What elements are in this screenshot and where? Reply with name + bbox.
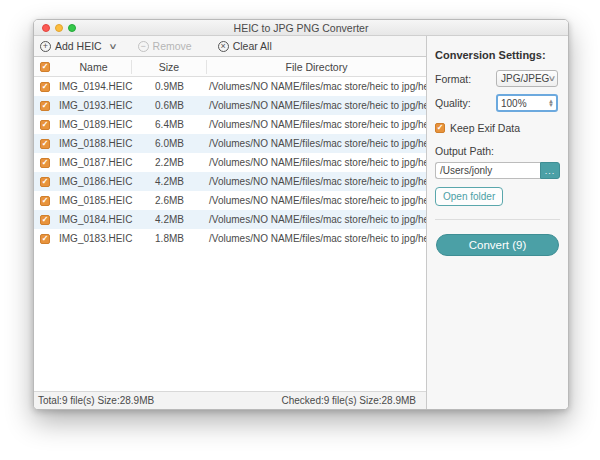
open-folder-button[interactable]: Open folder [435, 187, 503, 206]
table-row[interactable]: IMG_0186.HEIC 4.2MB /Volumes/NO NAME/fil… [34, 172, 426, 191]
traffic-lights [42, 24, 76, 32]
file-name: IMG_0188.HEIC [56, 138, 132, 149]
file-directory: /Volumes/NO NAME/files/mac store/heic to… [207, 214, 426, 225]
keep-exif-checkbox[interactable] [435, 123, 445, 133]
table-row[interactable]: IMG_0187.HEIC 2.2MB /Volumes/NO NAME/fil… [34, 153, 426, 172]
chevron-down-icon: ∨ [548, 74, 557, 83]
row-checkbox[interactable] [40, 101, 50, 111]
output-path-input[interactable]: /Users/jonly [435, 162, 540, 179]
clear-all-button[interactable]: × Clear All [218, 40, 272, 52]
select-all-checkbox[interactable] [40, 62, 50, 72]
file-size: 6.0MB [132, 138, 207, 149]
file-directory: /Volumes/NO NAME/files/mac store/heic to… [207, 195, 426, 206]
row-checkbox[interactable] [40, 139, 50, 149]
minimize-button[interactable] [55, 24, 63, 32]
table-row[interactable]: IMG_0184.HEIC 4.2MB /Volumes/NO NAME/fil… [34, 210, 426, 229]
file-directory: /Volumes/NO NAME/files/mac store/heic to… [207, 100, 426, 111]
file-name: IMG_0185.HEIC [56, 195, 132, 206]
file-name: IMG_0187.HEIC [56, 157, 132, 168]
table-row[interactable]: IMG_0194.HEIC 0.9MB /Volumes/NO NAME/fil… [34, 77, 426, 96]
row-checkbox[interactable] [40, 120, 50, 130]
status-total: Total:9 file(s) Size:28.9MB [38, 395, 154, 406]
window-title: HEIC to JPG PNG Converter [234, 20, 369, 36]
title-bar[interactable]: HEIC to JPG PNG Converter [34, 20, 568, 36]
stepper-arrows-icon[interactable]: ▲▼ [548, 99, 554, 107]
row-checkbox[interactable] [40, 158, 50, 168]
file-directory: /Volumes/NO NAME/files/mac store/heic to… [207, 233, 426, 244]
close-button[interactable] [42, 24, 50, 32]
divider [435, 219, 560, 220]
quality-stepper[interactable]: 100% ▲▼ [496, 94, 558, 112]
column-header-size[interactable]: Size [132, 60, 207, 74]
status-checked: Checked:9 file(s) Size:28.9MB [281, 395, 416, 406]
format-label: Format: [435, 73, 471, 85]
file-list: IMG_0194.HEIC 0.9MB /Volumes/NO NAME/fil… [34, 77, 426, 391]
file-directory: /Volumes/NO NAME/files/mac store/heic to… [207, 81, 426, 92]
file-name: IMG_0193.HEIC [56, 100, 132, 111]
file-size: 6.4MB [132, 119, 207, 130]
plus-circle-icon: + [40, 41, 51, 52]
column-header-directory[interactable]: File Directory [207, 61, 426, 73]
browse-button[interactable]: ... [540, 162, 560, 179]
toolbar: + Add HEIC ∨ − Remove × Clear All [34, 36, 426, 57]
add-heic-dropdown-chevron-icon[interactable]: ∨ [108, 42, 117, 51]
file-name: IMG_0184.HEIC [56, 214, 132, 225]
settings-heading: Conversion Settings: [435, 49, 560, 61]
file-directory: /Volumes/NO NAME/files/mac store/heic to… [207, 157, 426, 168]
convert-button[interactable]: Convert (9) [436, 234, 559, 256]
quality-label: Quality: [435, 97, 471, 109]
table-row[interactable]: IMG_0188.HEIC 6.0MB /Volumes/NO NAME/fil… [34, 134, 426, 153]
remove-button[interactable]: − Remove [138, 40, 192, 52]
keep-exif-label: Keep Exif Data [450, 122, 520, 134]
file-size: 4.2MB [132, 176, 207, 187]
table-row[interactable]: IMG_0185.HEIC 2.6MB /Volumes/NO NAME/fil… [34, 191, 426, 210]
file-size: 0.6MB [132, 100, 207, 111]
file-size: 4.2MB [132, 214, 207, 225]
zoom-button[interactable] [68, 24, 76, 32]
table-row[interactable]: IMG_0193.HEIC 0.6MB /Volumes/NO NAME/fil… [34, 96, 426, 115]
row-checkbox[interactable] [40, 196, 50, 206]
file-directory: /Volumes/NO NAME/files/mac store/heic to… [207, 176, 426, 187]
x-circle-icon: × [218, 41, 229, 52]
row-checkbox[interactable] [40, 82, 50, 92]
file-size: 2.6MB [132, 195, 207, 206]
file-directory: /Volumes/NO NAME/files/mac store/heic to… [207, 119, 426, 130]
table-row[interactable]: IMG_0189.HEIC 6.4MB /Volumes/NO NAME/fil… [34, 115, 426, 134]
file-name: IMG_0186.HEIC [56, 176, 132, 187]
settings-panel: Conversion Settings: Format: JPG/JPEG ∨ … [426, 36, 568, 409]
table-header: Name Size File Directory [34, 57, 426, 77]
status-bar: Total:9 file(s) Size:28.9MB Checked:9 fi… [34, 391, 426, 409]
app-window: HEIC to JPG PNG Converter + Add HEIC ∨ −… [33, 19, 569, 410]
file-size: 2.2MB [132, 157, 207, 168]
file-size: 1.8MB [132, 233, 207, 244]
table-row[interactable]: IMG_0183.HEIC 1.8MB /Volumes/NO NAME/fil… [34, 229, 426, 248]
format-select[interactable]: JPG/JPEG ∨ [496, 70, 558, 87]
column-header-name[interactable]: Name [56, 60, 132, 74]
row-checkbox[interactable] [40, 177, 50, 187]
file-directory: /Volumes/NO NAME/files/mac store/heic to… [207, 138, 426, 149]
minus-circle-icon: − [138, 41, 149, 52]
file-name: IMG_0183.HEIC [56, 233, 132, 244]
row-checkbox[interactable] [40, 215, 50, 225]
row-checkbox[interactable] [40, 234, 50, 244]
add-heic-button[interactable]: + Add HEIC [40, 40, 102, 52]
file-size: 0.9MB [132, 81, 207, 92]
file-name: IMG_0189.HEIC [56, 119, 132, 130]
file-name: IMG_0194.HEIC [56, 81, 132, 92]
output-path-label: Output Path: [435, 145, 560, 157]
